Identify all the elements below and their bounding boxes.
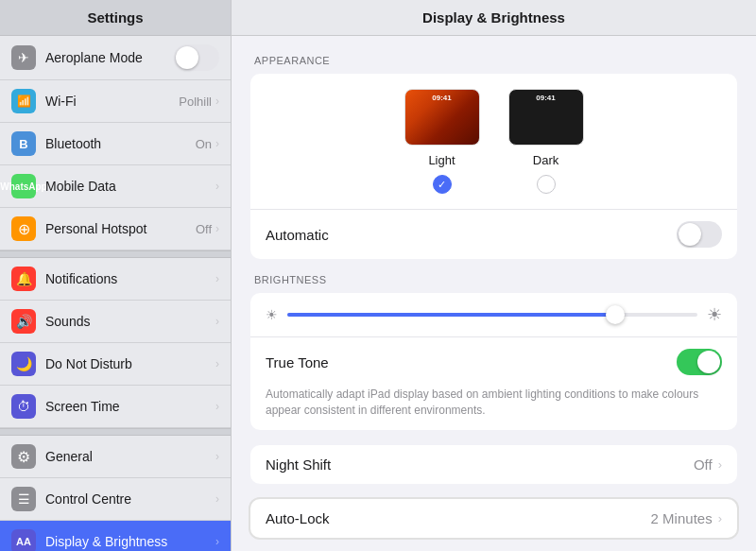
sidebar-divider — [0, 250, 231, 258]
brightness-card: ☀ ☀ True Tone Automatically adapt iPad d… — [250, 293, 737, 430]
brightness-track[interactable] — [287, 313, 697, 317]
display-icon: AA — [11, 529, 36, 551]
light-radio[interactable] — [433, 175, 452, 194]
chevron-icon: › — [215, 450, 219, 463]
nightshift-label: Night Shift — [266, 456, 694, 473]
nightshift-value: Off — [694, 456, 713, 473]
screentime-icon: ⏱ — [11, 394, 36, 419]
sidebar-label: Control Centre — [45, 491, 215, 507]
chevron-icon: › — [215, 315, 219, 328]
sidebar-label: General — [45, 449, 215, 464]
sidebar-item-notifications[interactable]: 🔔 Notifications › — [0, 258, 231, 301]
sidebar-label: Screen Time — [45, 399, 215, 414]
sidebar-group-connectivity: ✈ Aeroplane Mode 📶 Wi-Fi Polhill › B Blu… — [0, 36, 231, 250]
brightness-thumb[interactable] — [606, 305, 625, 324]
sidebar-item-hotspot[interactable]: ⊕ Personal Hotspot Off › — [0, 208, 231, 250]
sidebar-label: Personal Hotspot — [45, 221, 196, 236]
dark-theme-preview: 09:41 — [508, 89, 584, 146]
autolock-card: Auto-Lock 2 Minutes › — [250, 499, 737, 538]
autolock-value: 2 Minutes — [651, 510, 713, 526]
sidebar-item-wifi[interactable]: 📶 Wi-Fi Polhill › — [0, 80, 231, 123]
truetone-label: True Tone — [266, 354, 677, 370]
nightshift-chevron: › — [718, 457, 722, 472]
sidebar-label: Display & Brightness — [45, 534, 215, 549]
light-theme-preview: 09:41 — [404, 89, 480, 146]
chevron-icon: › — [215, 400, 219, 413]
dark-radio[interactable] — [537, 175, 556, 194]
sidebar-group-display: ⚙ General › ☰ Control Centre › AA Displa… — [0, 436, 231, 551]
aeroplane-toggle[interactable] — [174, 44, 219, 71]
sidebar-item-bluetooth[interactable]: B Bluetooth On › — [0, 123, 231, 165]
nightshift-card: Night Shift Off › — [250, 445, 737, 484]
wifi-value: Polhill — [179, 95, 212, 109]
appearance-card: 09:41 Light 09:41 Dark Automatic — [250, 74, 737, 259]
chevron-icon: › — [215, 357, 219, 370]
sidebar-item-display[interactable]: AA Display & Brightness › — [0, 521, 231, 551]
mobiledata-icon: WhatsApp — [11, 174, 36, 198]
brightness-low-icon: ☀ — [266, 307, 278, 322]
automatic-row: Automatic — [250, 209, 737, 259]
truetone-description: Automatically adapt iPad display based o… — [250, 387, 737, 430]
sounds-icon: 🔊 — [11, 309, 36, 334]
chevron-icon: › — [215, 272, 219, 285]
sidebar-item-donotdisturb[interactable]: 🌙 Do Not Disturb › — [0, 343, 231, 386]
hotspot-value: Off — [196, 222, 212, 236]
brightness-section-label: BRIGHTNESS — [250, 274, 737, 285]
chevron-icon: › — [215, 535, 219, 548]
dark-theme-label: Dark — [533, 153, 558, 167]
brightness-fill — [287, 313, 615, 317]
sidebar: Settings ✈ Aeroplane Mode 📶 Wi-Fi Polhil… — [0, 0, 232, 551]
autolock-label: Auto-Lock — [266, 510, 651, 526]
bluetooth-icon: B — [11, 131, 36, 156]
hotspot-icon: ⊕ — [11, 216, 36, 241]
automatic-label: Automatic — [266, 227, 677, 243]
nightshift-row[interactable]: Night Shift Off › — [250, 445, 737, 484]
donotdisturb-icon: 🌙 — [11, 352, 36, 376]
appearance-options-row: 09:41 Light 09:41 Dark — [250, 74, 737, 209]
sidebar-group-notifications: 🔔 Notifications › 🔊 Sounds › 🌙 Do Not Di… — [0, 258, 231, 428]
autolock-row[interactable]: Auto-Lock 2 Minutes › — [250, 499, 737, 538]
light-theme-time: 09:41 — [432, 94, 451, 102]
brightness-slider-row[interactable]: ☀ ☀ — [250, 293, 737, 336]
sidebar-item-general[interactable]: ⚙ General › — [0, 436, 231, 478]
light-theme-label: Light — [428, 153, 455, 167]
autolock-chevron: › — [718, 511, 722, 525]
sidebar-item-screentime[interactable]: ⏱ Screen Time › — [0, 386, 231, 428]
chevron-icon: › — [215, 137, 219, 150]
sidebar-label: Bluetooth — [45, 136, 196, 151]
truetone-row: True Tone — [250, 336, 737, 387]
bluetooth-value: On — [196, 137, 212, 151]
sidebar-label: Sounds — [45, 314, 215, 329]
chevron-icon: › — [215, 180, 219, 193]
controlcentre-icon: ☰ — [11, 487, 36, 511]
dark-theme-time: 09:41 — [536, 94, 555, 102]
sidebar-label: Aeroplane Mode — [45, 50, 174, 65]
wifi-icon: 📶 — [11, 89, 36, 113]
sidebar-header: Settings — [0, 0, 231, 36]
airplane-icon: ✈ — [11, 45, 36, 70]
appearance-section-label: APPEARANCE — [250, 55, 737, 66]
sidebar-item-mobiledata[interactable]: WhatsApp Mobile Data › — [0, 165, 231, 208]
appearance-dark-option[interactable]: 09:41 Dark — [508, 89, 584, 194]
sidebar-item-sounds[interactable]: 🔊 Sounds › — [0, 301, 231, 343]
general-icon: ⚙ — [11, 444, 36, 469]
settings-content: APPEARANCE 09:41 Light 09:41 Dark — [232, 36, 756, 551]
main-content-area: Display & Brightness APPEARANCE 09:41 Li… — [232, 0, 756, 551]
brightness-high-icon: ☀ — [707, 304, 722, 325]
notifications-icon: 🔔 — [11, 267, 36, 291]
sidebar-label: Mobile Data — [45, 179, 215, 194]
chevron-icon: › — [215, 95, 219, 108]
chevron-icon: › — [215, 222, 219, 235]
appearance-light-option[interactable]: 09:41 Light — [404, 89, 480, 194]
chevron-icon: › — [215, 492, 219, 506]
sidebar-label: Notifications — [45, 271, 215, 286]
sidebar-label: Do Not Disturb — [45, 356, 215, 371]
sidebar-item-controlcentre[interactable]: ☰ Control Centre › — [0, 478, 231, 521]
truetone-toggle[interactable] — [677, 349, 722, 375]
sidebar-label: Wi-Fi — [45, 94, 179, 109]
sidebar-item-aeroplane[interactable]: ✈ Aeroplane Mode — [0, 36, 231, 80]
main-header: Display & Brightness — [232, 0, 756, 36]
sidebar-divider-2 — [0, 428, 231, 436]
automatic-toggle[interactable] — [677, 221, 722, 248]
